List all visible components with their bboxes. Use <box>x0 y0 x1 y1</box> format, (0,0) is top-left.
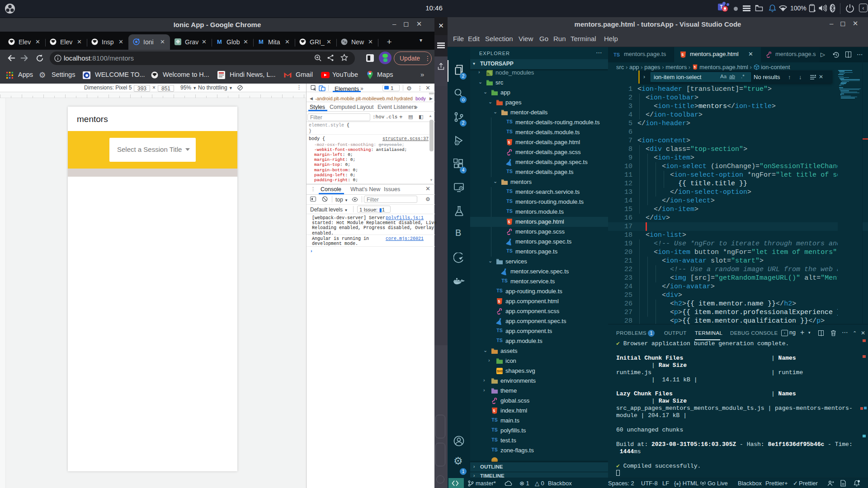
svg-text:5: 5 <box>508 140 510 145</box>
svg-text:5: 5 <box>498 299 500 304</box>
svg-text:5: 5 <box>682 52 684 57</box>
svg-text:SVG: SVG <box>497 370 503 373</box>
svg-text:5: 5 <box>693 66 695 69</box>
svg-text:5: 5 <box>508 220 510 224</box>
svg-text:5: 5 <box>493 408 495 413</box>
svg-text:n: n <box>487 72 489 75</box>
